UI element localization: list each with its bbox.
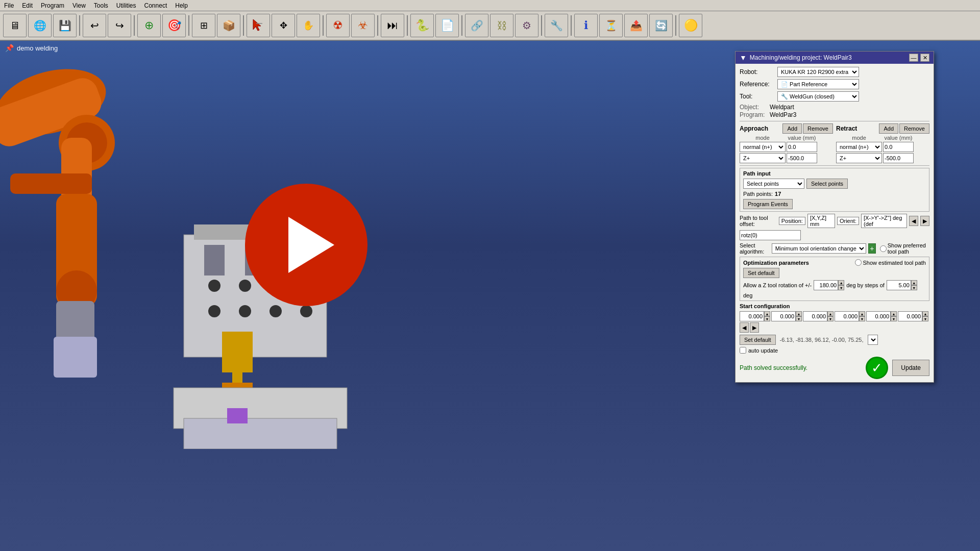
radiation-btn[interactable]: ☢ bbox=[326, 14, 350, 37]
cfg3-down[interactable]: ▼ bbox=[827, 316, 834, 321]
show-preferred-radio[interactable] bbox=[880, 245, 887, 252]
select-points-btn[interactable]: Select points bbox=[806, 179, 848, 189]
radiation2-btn[interactable]: ☣ bbox=[351, 14, 375, 37]
config-input-1[interactable] bbox=[740, 311, 764, 321]
menu-file[interactable]: File bbox=[0, 1, 18, 10]
cube-btn[interactable]: 🟡 bbox=[679, 14, 702, 37]
export-btn[interactable]: 📤 bbox=[624, 14, 648, 37]
approach-mode1-select[interactable]: normal (n+) bbox=[740, 142, 786, 152]
select-arrow-btn[interactable] bbox=[247, 14, 270, 37]
pan-btn[interactable]: ✋ bbox=[297, 14, 320, 37]
target-btn[interactable]: 🎯 bbox=[162, 14, 186, 37]
cfg4-down[interactable]: ▼ bbox=[859, 316, 865, 321]
menu-help[interactable]: Help bbox=[171, 1, 192, 10]
gear3-btn[interactable]: ⚙ bbox=[515, 14, 538, 37]
approach-value2-input[interactable] bbox=[787, 153, 817, 163]
config-input-6[interactable] bbox=[898, 311, 922, 321]
refresh-btn[interactable]: 🔄 bbox=[649, 14, 673, 37]
config-input-5[interactable] bbox=[866, 311, 891, 321]
python-btn[interactable]: 🐍 bbox=[410, 14, 434, 37]
cfg3-up[interactable]: ▲ bbox=[827, 311, 834, 316]
reference-select[interactable]: 📄 Part Reference bbox=[777, 79, 859, 89]
tool-select[interactable]: 🔧 WeldGun (closed) bbox=[777, 91, 859, 102]
orient-right-btn[interactable]: ▶ bbox=[920, 216, 929, 226]
minimize-button[interactable]: — bbox=[909, 54, 918, 62]
config-paste-btn[interactable]: ▶ bbox=[750, 322, 759, 333]
robot-select[interactable]: KUKA KR 120 R2900 extra bbox=[777, 67, 859, 77]
close-button[interactable]: ✕ bbox=[920, 54, 929, 62]
algo-add-btn[interactable]: + bbox=[868, 243, 876, 254]
menu-program[interactable]: Program bbox=[37, 1, 68, 10]
program-events-btn[interactable]: Program Events bbox=[743, 199, 793, 209]
box-btn[interactable]: 📦 bbox=[217, 14, 240, 37]
fit-btn[interactable]: ⊞ bbox=[192, 14, 215, 37]
cfg2-down[interactable]: ▼ bbox=[796, 316, 802, 321]
config-input-3[interactable] bbox=[803, 311, 827, 321]
menu-view[interactable]: View bbox=[68, 1, 90, 10]
orient-left-btn[interactable]: ◀ bbox=[909, 216, 918, 226]
config-spin-6[interactable]: ▲▼ bbox=[898, 311, 928, 321]
steps-spin[interactable]: ▲ ▼ bbox=[887, 280, 917, 290]
menu-connect[interactable]: Connect bbox=[140, 1, 172, 10]
config-dropdown[interactable]: ▼ bbox=[868, 335, 878, 345]
retract-add-btn[interactable]: Add bbox=[879, 123, 898, 134]
auto-update-checkbox[interactable] bbox=[740, 347, 746, 354]
config-spin-4[interactable]: ▲▼ bbox=[835, 311, 865, 321]
retract-remove-btn[interactable]: Remove bbox=[899, 123, 929, 134]
config-spin-5[interactable]: ▲▼ bbox=[866, 311, 897, 321]
cfg5-up[interactable]: ▲ bbox=[891, 311, 897, 316]
z-rotation-down[interactable]: ▼ bbox=[838, 285, 844, 290]
config-input-4[interactable] bbox=[835, 311, 859, 321]
z-rotation-up[interactable]: ▲ bbox=[838, 280, 844, 285]
cfg6-up[interactable]: ▲ bbox=[922, 311, 928, 316]
move-btn[interactable]: ✥ bbox=[272, 14, 295, 37]
formula-input[interactable] bbox=[740, 230, 801, 240]
algo-select[interactable]: Minimum tool orientation change bbox=[772, 243, 866, 254]
add-path-btn[interactable]: ⊕ bbox=[137, 14, 161, 37]
select-points-dropdown[interactable]: Select points bbox=[743, 179, 804, 189]
retract-mode2-select[interactable]: Z+ bbox=[836, 153, 882, 163]
info-btn[interactable]: ℹ bbox=[574, 14, 598, 37]
cfg6-down[interactable]: ▼ bbox=[922, 316, 928, 321]
retract-value1-input[interactable] bbox=[883, 142, 914, 152]
approach-add-btn[interactable]: Add bbox=[782, 123, 802, 134]
approach-mode2-select[interactable]: Z+ bbox=[740, 153, 786, 163]
globe-btn[interactable]: 🌐 bbox=[28, 14, 52, 37]
retract-mode1-select[interactable]: normal (n+) bbox=[836, 142, 882, 152]
opt-set-default-btn[interactable]: Set default bbox=[743, 268, 779, 278]
doc-btn[interactable]: 📄 bbox=[435, 14, 459, 37]
steps-input[interactable] bbox=[887, 280, 911, 290]
approach-value1-input[interactable] bbox=[787, 142, 817, 152]
chain-btn[interactable]: ⛓ bbox=[490, 14, 513, 37]
link-btn[interactable]: 🔗 bbox=[465, 14, 488, 37]
config-input-2[interactable] bbox=[771, 311, 796, 321]
steps-down[interactable]: ▼ bbox=[911, 285, 917, 290]
config-spin-2[interactable]: ▲▼ bbox=[771, 311, 802, 321]
config-spin-1[interactable]: ▲▼ bbox=[740, 311, 770, 321]
cfg1-up[interactable]: ▲ bbox=[764, 311, 770, 316]
menu-tools[interactable]: Tools bbox=[90, 1, 112, 10]
cfg2-up[interactable]: ▲ bbox=[796, 311, 802, 316]
approach-remove-btn[interactable]: Remove bbox=[803, 123, 833, 134]
cfg1-down[interactable]: ▼ bbox=[764, 316, 770, 321]
config-spin-3[interactable]: ▲▼ bbox=[803, 311, 834, 321]
tool-btn[interactable]: 🔧 bbox=[545, 14, 568, 37]
config-copy-btn[interactable]: ◀ bbox=[740, 322, 749, 333]
start-config-set-default-btn[interactable]: Set default bbox=[740, 335, 776, 345]
monitor-btn[interactable]: 🖥 bbox=[3, 14, 27, 37]
timer-btn[interactable]: ⏳ bbox=[599, 14, 623, 37]
menu-utilities[interactable]: Utilities bbox=[112, 1, 140, 10]
z-rotation-input[interactable] bbox=[814, 280, 838, 290]
steps-up[interactable]: ▲ bbox=[911, 280, 917, 285]
update-button[interactable]: Update bbox=[892, 360, 929, 376]
save-btn[interactable]: 💾 bbox=[53, 14, 77, 37]
retract-value2-input[interactable] bbox=[883, 153, 914, 163]
redo-btn[interactable]: ↪ bbox=[108, 14, 131, 37]
show-estimated-radio[interactable] bbox=[855, 259, 862, 266]
play-button[interactable] bbox=[245, 184, 368, 306]
z-rotation-spin[interactable]: ▲ ▼ bbox=[814, 280, 844, 290]
undo-btn[interactable]: ↩ bbox=[83, 14, 106, 37]
cfg4-up[interactable]: ▲ bbox=[859, 311, 865, 316]
cfg5-down[interactable]: ▼ bbox=[891, 316, 897, 321]
skip-btn[interactable]: ⏭ bbox=[381, 14, 404, 37]
